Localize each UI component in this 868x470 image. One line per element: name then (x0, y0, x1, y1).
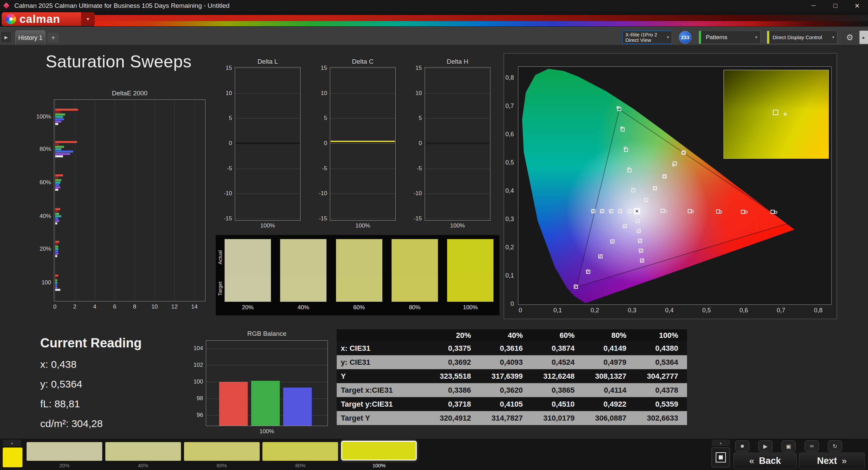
pattern-level-label: 80% (262, 462, 338, 469)
play-button[interactable]: ▶ (758, 440, 773, 452)
patterns-select[interactable]: Patterns ▼ (699, 31, 761, 44)
table-cell: 0,4524 (532, 355, 583, 369)
table-header: 100% (635, 329, 687, 341)
collapse-right-button[interactable]: ▲ (712, 440, 730, 446)
pattern-level-label: 100% (341, 462, 417, 469)
table-cell: 323,5518 (428, 369, 480, 383)
cie-xtick: 0,6 (732, 307, 756, 314)
delta-gridline (425, 219, 490, 219)
tab-history-1[interactable]: History 1 (15, 30, 45, 45)
rgb-chart-title: RGB Balance (206, 330, 328, 338)
table-cell: 314,7827 (480, 411, 532, 425)
table-cell: 304,2777 (635, 369, 687, 383)
cie-marker-circle (631, 187, 634, 190)
cie-ytick: 0,2 (493, 244, 514, 251)
meter-line1: X-Rite i1Pro 2 (625, 32, 657, 37)
cie-ytick: 0,4 (493, 187, 514, 194)
quick-color-swatch[interactable] (3, 448, 22, 467)
deltae-ytick: 40% (27, 213, 51, 220)
deltae-xtick: 4 (87, 303, 103, 311)
table-row-label: Target x:CIE31 (337, 383, 428, 397)
cie-xtick: 0,5 (695, 307, 718, 314)
actual-swatch (225, 239, 271, 275)
deltae-bar (55, 248, 58, 250)
back-button[interactable]: « Back (733, 453, 797, 469)
delta-gridline (235, 193, 300, 194)
delta-gridline (425, 169, 490, 169)
chevron-down-icon: ▼ (666, 35, 670, 39)
table-cell: 0,4380 (635, 341, 687, 355)
cie-marker-circle (672, 163, 675, 167)
delta-ytick: -15 (210, 215, 232, 222)
pattern-level-button[interactable]: 20% (27, 440, 102, 469)
table-cell: 317,6399 (480, 369, 532, 383)
cie-marker-circle (637, 229, 640, 232)
close-button[interactable]: × (846, 0, 868, 12)
rgb-gridline (206, 365, 328, 365)
rgb-ytick: 96 (184, 411, 203, 419)
rgb-gridline (206, 348, 328, 349)
cie-inset-marker-dot (784, 113, 787, 115)
patterns-accent (699, 31, 701, 44)
cie-marker-circle (663, 175, 666, 178)
refresh-button[interactable]: ↻ (828, 440, 842, 452)
deltae-bar (55, 289, 60, 291)
meter-select[interactable]: X-Rite i1Pro 2 Direct View ▼ (622, 31, 672, 44)
display-control-select[interactable]: Direct Display Control ▼ (767, 31, 837, 44)
cie-ytick: 0,3 (493, 215, 514, 223)
deltae-bar (55, 220, 59, 222)
stop-button[interactable]: ■ (735, 440, 749, 452)
table-header: 80% (583, 329, 635, 341)
history-nav-button[interactable]: ▶ (1, 32, 11, 42)
pattern-level-button[interactable]: 40% (105, 440, 181, 469)
deltae-gridline (75, 100, 75, 301)
deltae-bar (55, 118, 64, 120)
calman-logo-button[interactable]: calman ▼ (2, 12, 95, 26)
cie-marker-circle (627, 167, 630, 170)
chevron-up-icon: ▲ (11, 441, 14, 445)
pattern-level-swatch (262, 442, 338, 461)
cie-marker-circle (627, 209, 630, 213)
next-label: Next (817, 456, 837, 466)
calman-menu-dropdown[interactable]: ▼ (81, 12, 95, 26)
patterns-label: Patterns (706, 31, 727, 44)
pattern-level-label: 40% (105, 462, 181, 469)
swatch-label: 100% (447, 304, 493, 311)
deltae-bar (55, 189, 58, 191)
add-tab-button[interactable]: + (47, 33, 59, 43)
cie-marker-circle (618, 209, 621, 213)
delta-gridline (330, 118, 395, 119)
deltae-chart-title: DeltaE 2000 (54, 90, 205, 97)
pattern-level-button[interactable]: 60% (184, 440, 260, 469)
next-button[interactable]: Next » (799, 453, 865, 469)
maximize-button[interactable]: □ (824, 0, 846, 12)
actual-swatch (336, 239, 382, 275)
app-window: Calman 2025 Calman Ultimate for Business… (0, 0, 868, 470)
panel-edge-button[interactable]: ▸ (859, 31, 868, 44)
cie-inset-marker-square (773, 110, 778, 115)
actual-swatch (392, 239, 438, 275)
delta-gridline (235, 169, 300, 169)
pattern-level-button[interactable]: 80% (262, 440, 338, 469)
delta-ytick: 10 (305, 90, 327, 97)
save-button[interactable]: ▣ (781, 440, 796, 452)
cie-ytick: 0,7 (493, 102, 514, 110)
delta-data-line (425, 143, 490, 144)
delta-xlabel: 100% (425, 222, 490, 230)
table-cell: 0,5359 (635, 397, 687, 411)
minimize-button[interactable]: ─ (803, 0, 824, 12)
deltae-bar (55, 153, 70, 155)
collapse-left-button[interactable]: ▲ (3, 440, 21, 446)
table-cell: 0,4378 (635, 383, 687, 397)
pattern-window-icon (716, 452, 726, 463)
spectrum-strip (94, 21, 868, 26)
pattern-level-button[interactable]: 100% (341, 440, 417, 469)
delta-h-chart-title: Delta H (425, 58, 490, 65)
pattern-window-button[interactable] (712, 448, 730, 467)
delta-gridline (425, 118, 490, 119)
deltae-bar (55, 186, 60, 188)
settings-button[interactable]: ⚙ (842, 31, 858, 44)
cie-marker-circle (719, 210, 722, 214)
deltae-bar (55, 151, 73, 153)
loop-button[interactable]: ∞ (805, 440, 819, 452)
